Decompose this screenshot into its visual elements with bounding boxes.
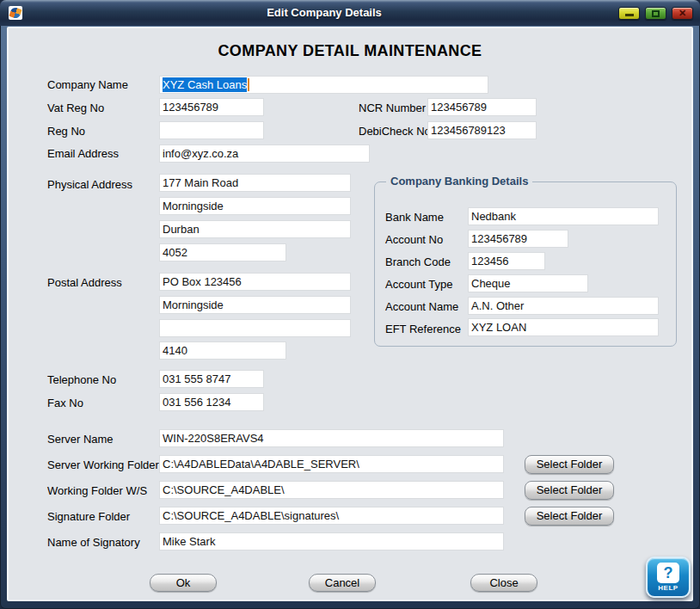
ncr-number-label: NCR Number [359, 102, 426, 114]
maximize-icon [652, 10, 660, 17]
email-input[interactable] [159, 145, 370, 163]
edit-company-details-window: Edit Company Details ✕ COMPANY DETAIL MA… [0, 0, 700, 609]
reg-no-label: Reg No [47, 125, 85, 138]
eft-reference-input[interactable] [468, 318, 659, 336]
fax-input[interactable] [159, 393, 264, 411]
minimize-icon [625, 14, 634, 16]
help-qmark: ? [664, 564, 673, 582]
bank-name-input[interactable] [468, 207, 659, 225]
postal-address-line1-input[interactable] [159, 273, 351, 291]
title-bar[interactable]: Edit Company Details ✕ [0, 0, 700, 26]
question-mark-icon: ? [657, 563, 679, 583]
reg-no-input[interactable] [159, 121, 264, 139]
company-name-label: Company Name [47, 78, 128, 91]
server-working-folder-input[interactable] [159, 455, 504, 473]
select-signature-folder-button[interactable]: Select Folder [525, 507, 614, 526]
dialog-content: COMPANY DETAIL MAINTENANCE Company Name … [7, 27, 693, 601]
server-name-input[interactable] [159, 429, 504, 447]
branch-code-input[interactable] [468, 252, 545, 270]
select-ws-folder-button[interactable]: Select Folder [525, 481, 614, 500]
physical-address-code-input[interactable] [159, 243, 286, 261]
select-server-folder-button[interactable]: Select Folder [525, 455, 614, 474]
physical-address-label: Physical Address [47, 178, 132, 191]
postal-address-line2-input[interactable] [159, 296, 351, 314]
telephone-input[interactable] [159, 370, 264, 388]
physical-address-line2-input[interactable] [159, 197, 351, 215]
debicheck-label: DebiCheck No [359, 125, 431, 138]
postal-address-line3-input[interactable] [159, 319, 351, 337]
physical-address-line1-input[interactable] [159, 174, 351, 192]
close-icon: ✕ [679, 9, 686, 18]
cancel-button[interactable]: Cancel [309, 574, 376, 592]
signature-folder-label: Signature Folder [47, 510, 130, 523]
help-button[interactable]: ? HELP [646, 557, 691, 598]
fax-label: Fax No [47, 397, 83, 409]
company-name-input[interactable]: XYZ Cash Loans [159, 76, 488, 94]
physical-address-line3-input[interactable] [159, 220, 351, 238]
working-folder-ws-input[interactable] [159, 481, 504, 499]
bank-name-label: Bank Name [385, 211, 444, 224]
minimize-button[interactable] [618, 7, 640, 20]
banking-group-title: Company Banking Details [386, 175, 532, 188]
window-title: Edit Company Details [52, 0, 597, 26]
ok-button[interactable]: Ok [150, 574, 217, 592]
server-working-folder-label: Server Working Folder [47, 458, 159, 471]
branch-code-label: Branch Code [385, 255, 451, 268]
form-title: COMPANY DETAIL MAINTENANCE [9, 42, 691, 60]
postal-address-code-input[interactable] [159, 341, 286, 360]
text-caret [248, 78, 249, 91]
signatory-label: Name of Signatory [47, 536, 140, 549]
eft-reference-label: EFT Reference [385, 323, 461, 335]
vat-reg-input[interactable] [159, 98, 264, 116]
company-name-value: XYZ Cash Loans [163, 77, 247, 92]
account-no-label: Account No [385, 233, 443, 246]
window-controls: ✕ [618, 7, 693, 20]
app-icon [9, 6, 22, 20]
signature-folder-input[interactable] [159, 507, 504, 525]
banking-details-group: Company Banking Details Bank Name Accoun… [374, 181, 677, 347]
vat-reg-label: Vat Reg No [47, 102, 104, 114]
account-type-label: Account Type [385, 278, 453, 291]
telephone-label: Telephone No [47, 373, 116, 386]
account-no-input[interactable] [468, 230, 568, 248]
close-button[interactable]: ✕ [672, 7, 693, 20]
close-dialog-button[interactable]: Close [470, 574, 537, 592]
account-type-input[interactable] [468, 274, 588, 292]
signatory-input[interactable] [159, 532, 504, 551]
account-name-input[interactable] [468, 297, 659, 315]
help-button-label: HELP [658, 584, 678, 592]
working-folder-ws-label: Working Folder W/S [47, 484, 147, 497]
server-name-label: Server Name [47, 433, 114, 446]
email-label: Email Address [47, 147, 119, 160]
postal-address-label: Postal Address [47, 276, 122, 289]
maximize-button[interactable] [645, 7, 666, 20]
debicheck-input[interactable] [427, 121, 537, 139]
account-name-label: Account Name [385, 300, 458, 313]
ncr-number-input[interactable] [427, 98, 537, 116]
